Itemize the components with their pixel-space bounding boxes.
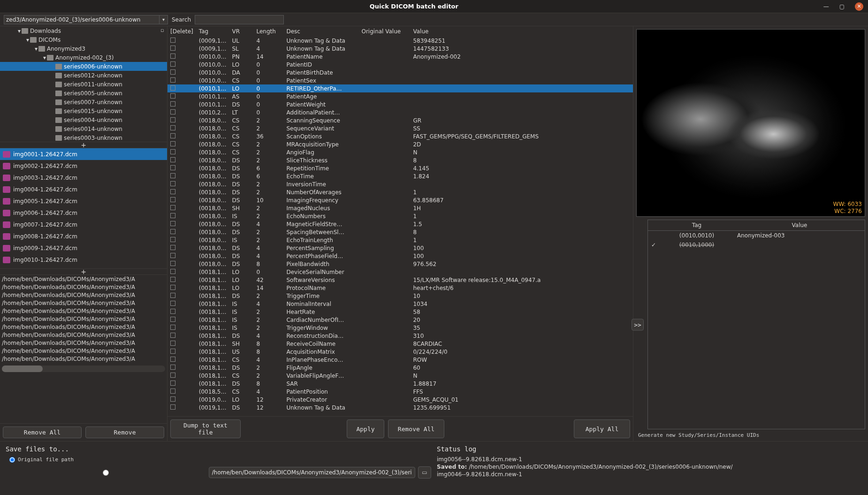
file-list[interactable]: img0001-1.26427.dcmimg0002-1.26427.dcmim…	[0, 148, 167, 268]
file-pane-add-button[interactable]: +	[0, 268, 167, 275]
search-input[interactable]	[195, 15, 284, 24]
h-scrollbar-thumb[interactable]	[2, 366, 43, 372]
delete-checkbox[interactable]	[170, 69, 175, 75]
tag-row[interactable]: (0010,1…AS0PatientAge	[168, 92, 633, 100]
file-item[interactable]: img0003-1.26427.dcm	[0, 172, 167, 183]
delete-checkbox[interactable]	[170, 221, 175, 226]
tag-row[interactable]: (0009,1…UL4Unknown Tag & Data583948251	[168, 37, 633, 45]
path-item[interactable]: /home/ben/Downloads/DICOMs/Anonymized3/A	[0, 276, 167, 284]
tag-row[interactable]: (0018,1…SH8ReceiveCoilName8CARDIAC	[168, 340, 633, 348]
tag-row[interactable]: (0018,0…DS6RepetitionTime4.145	[168, 164, 633, 172]
browse-folder-icon[interactable]: ▭	[418, 466, 431, 479]
edits-col-tag[interactable]: Tag	[659, 220, 734, 231]
tag-row[interactable]: (0018,1…DS4ReconstructionDia…310	[168, 332, 633, 340]
delete-checkbox[interactable]	[170, 141, 175, 146]
tag-row[interactable]: (0018,0…DS8PixelBandwidth976.562	[168, 260, 633, 268]
tree-item[interactable]: series0003-unknown	[0, 133, 167, 142]
col-desc[interactable]: Desc	[283, 26, 358, 37]
delete-checkbox[interactable]	[170, 46, 175, 51]
delete-checkbox[interactable]	[170, 213, 175, 218]
tree-item[interactable]: series0004-unknown	[0, 115, 167, 124]
delete-checkbox[interactable]	[170, 317, 175, 322]
tag-row[interactable]: (0010,0…LO0PatientID	[168, 61, 633, 69]
col-tag[interactable]: Tag	[196, 26, 229, 37]
chevron-down-icon[interactable]: ▾	[25, 37, 30, 43]
tag-row[interactable]: (0009,1…SL4Unknown Tag & Data1447582133	[168, 45, 633, 53]
delete-checkbox[interactable]	[170, 293, 175, 298]
chevron-down-icon[interactable]: ▾	[17, 28, 22, 34]
forward-button[interactable]: >>	[632, 319, 644, 330]
tree-item[interactable]: ▾DICOMs	[0, 35, 167, 44]
tag-row[interactable]: (0018,1…IS4NominalInterval1034	[168, 300, 633, 308]
tag-row[interactable]: (0018,0…IS2EchoNumbers1	[168, 212, 633, 220]
edit-check[interactable]: ✓	[648, 240, 659, 250]
delete-checkbox[interactable]	[170, 341, 175, 346]
delete-checkbox[interactable]	[170, 253, 175, 258]
delete-checkbox[interactable]	[170, 133, 175, 138]
tag-row[interactable]: (0018,0…DS4PercentPhaseField…100	[168, 252, 633, 260]
tag-row[interactable]: (0018,1…LO0DeviceSerialNumber	[168, 268, 633, 276]
tag-row[interactable]: (0018,0…IS2EchoTrainLength1	[168, 236, 633, 244]
tag-row[interactable]: (0018,1…CS4InPlanePhaseEnco…ROW	[168, 356, 633, 364]
tag-row[interactable]: (0018,1…IS2TriggerWindow35	[168, 324, 633, 332]
delete-checkbox[interactable]	[170, 269, 175, 274]
file-item[interactable]: img0004-1.26427.dcm	[0, 183, 167, 195]
tree-item[interactable]: series0006-unknown	[0, 62, 167, 71]
delete-checkbox[interactable]	[170, 381, 175, 386]
apply-button[interactable]: Apply	[347, 419, 384, 438]
file-item[interactable]: img0009-1.26427.dcm	[0, 242, 167, 254]
delete-checkbox[interactable]	[170, 53, 175, 59]
path-item[interactable]: /home/ben/Downloads/DICOMs/Anonymized3/A	[0, 332, 167, 340]
radio-original-path[interactable]: Original file path	[9, 457, 431, 463]
tag-row[interactable]: (0018,1…DS2TriggerTime10	[168, 292, 633, 300]
file-item[interactable]: img0005-1.26427.dcm	[0, 195, 167, 207]
tree-item[interactable]: series0011-unknown	[0, 80, 167, 89]
tag-row[interactable]: (0018,0…DS10ImagingFrequency63.858687	[168, 196, 633, 204]
path-item[interactable]: /home/ben/Downloads/DICOMs/Anonymized3/A	[0, 292, 167, 300]
paths-list[interactable]: /home/ben/Downloads/DICOMs/Anonymized3/A…	[0, 275, 167, 423]
delete-checkbox[interactable]	[170, 117, 175, 122]
remove-all-button[interactable]: Remove All	[3, 426, 82, 438]
delete-checkbox[interactable]	[170, 149, 175, 154]
chevron-down-icon[interactable]: ▾	[160, 15, 168, 24]
delete-checkbox[interactable]	[170, 325, 175, 330]
file-item[interactable]: img0007-1.26427.dcm	[0, 219, 167, 230]
delete-checkbox[interactable]	[170, 61, 175, 67]
dump-button[interactable]: Dump to text file	[170, 419, 241, 438]
dicom-tags-table[interactable]: [Delete] Tag VR Length Desc Original Val…	[168, 26, 633, 416]
tag-row[interactable]: (0010,1…DS0PatientWeight	[168, 100, 633, 108]
delete-checkbox[interactable]	[170, 365, 175, 370]
path-item[interactable]: /home/ben/Downloads/DICOMs/Anonymized3/A	[0, 316, 167, 324]
delete-checkbox[interactable]	[170, 261, 175, 266]
file-item[interactable]: img0001-1.26427.dcm	[0, 148, 167, 160]
tag-row[interactable]: (0018,1…IS2CardiacNumberOfI…20	[168, 316, 633, 324]
tag-row[interactable]: (0018,0…DS2SpacingBetweenSl…8	[168, 228, 633, 236]
save-dest-input[interactable]	[209, 467, 416, 478]
chevron-down-icon[interactable]: ▾	[34, 46, 38, 52]
tag-row[interactable]: (0018,0…DS4MagneticFieldStre…1.5	[168, 220, 633, 228]
delete-checkbox[interactable]	[170, 396, 175, 402]
delete-checkbox[interactable]	[170, 93, 175, 99]
delete-checkbox[interactable]	[170, 285, 175, 290]
delete-checkbox[interactable]	[170, 373, 175, 378]
tag-row[interactable]: (0018,0…CS36ScanOptionsFAST_GEMS/PPG/SEQ…	[168, 132, 633, 140]
path-item[interactable]: /home/ben/Downloads/DICOMs/Anonymized3/A	[0, 324, 167, 332]
tree-item[interactable]: ▾Anonymized-002_(3)	[0, 53, 167, 62]
tree-item[interactable]: ▾Downloads	[0, 26, 167, 35]
tag-row[interactable]: (0010,2…LT0AdditionalPatient…	[168, 108, 633, 116]
tag-row[interactable]: (0010,1…LO0RETIRED_OtherPa…	[168, 84, 633, 92]
path-item[interactable]: /home/ben/Downloads/DICOMs/Anonymized3/A	[0, 308, 167, 316]
chevron-down-icon[interactable]: ▾	[42, 54, 47, 61]
remove-button[interactable]: Remove	[85, 426, 164, 438]
h-scrollbar[interactable]	[2, 366, 165, 372]
path-item[interactable]: /home/ben/Downloads/DICOMs/Anonymized3/A	[0, 284, 167, 292]
col-original[interactable]: Original Value	[358, 26, 410, 37]
tree-item[interactable]: series0015-unknown	[0, 107, 167, 115]
edits-table[interactable]: Tag Value (0010,0010)Anonymized-003✓(001…	[647, 220, 865, 429]
maximize-icon[interactable]: ▢	[839, 3, 845, 10]
tag-row[interactable]: (0018,1…LO42SoftwareVersions15/LX/MR Sof…	[168, 276, 633, 284]
delete-checkbox[interactable]	[170, 229, 175, 234]
tag-row[interactable]: (0019,0…LO12PrivateCreatorGEMS_ACQU_01	[168, 396, 633, 404]
close-icon[interactable]: ✕	[855, 2, 863, 11]
delete-checkbox[interactable]	[170, 77, 175, 83]
